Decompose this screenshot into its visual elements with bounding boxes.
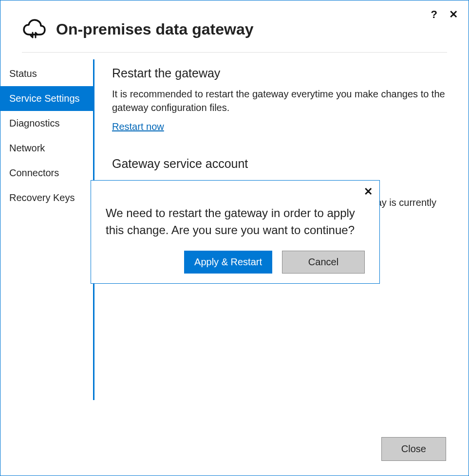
restart-now-link[interactable]: Restart now xyxy=(112,121,164,132)
help-icon[interactable]: ? xyxy=(431,9,437,20)
header: On-premises data gateway xyxy=(0,0,469,52)
restart-confirm-dialog: ✕ We need to restart the gateway in orde… xyxy=(91,180,380,284)
titlebar-controls: ? ✕ xyxy=(431,9,458,20)
sidebar-item-status[interactable]: Status xyxy=(0,61,93,86)
gateway-config-window: ? ✕ On-premises data gateway Status Serv… xyxy=(0,0,469,476)
window-close-icon[interactable]: ✕ xyxy=(449,9,458,20)
dialog-buttons: Apply & Restart Cancel xyxy=(106,251,365,274)
footer: Close xyxy=(381,437,446,461)
restart-heading: Restart the gateway xyxy=(112,66,449,80)
sidebar: Status Service Settings Diagnostics Netw… xyxy=(0,55,93,400)
cancel-button[interactable]: Cancel xyxy=(282,251,365,274)
close-button[interactable]: Close xyxy=(381,437,446,461)
sidebar-item-service-settings[interactable]: Service Settings xyxy=(0,86,93,111)
dialog-close-icon[interactable]: ✕ xyxy=(364,186,373,197)
page-title: On-premises data gateway xyxy=(56,20,253,38)
cloud-gateway-icon xyxy=(22,18,46,40)
sidebar-item-recovery-keys[interactable]: Recovery Keys xyxy=(0,185,93,210)
sidebar-item-network[interactable]: Network xyxy=(0,136,93,161)
dialog-message: We need to restart the gateway in order … xyxy=(106,205,365,239)
restart-description: It is recommended to restart the gateway… xyxy=(112,87,449,114)
account-heading: Gateway service account xyxy=(112,157,449,171)
apply-restart-button[interactable]: Apply & Restart xyxy=(184,251,272,274)
sidebar-item-diagnostics[interactable]: Diagnostics xyxy=(0,111,93,136)
sidebar-item-connectors[interactable]: Connectors xyxy=(0,161,93,185)
